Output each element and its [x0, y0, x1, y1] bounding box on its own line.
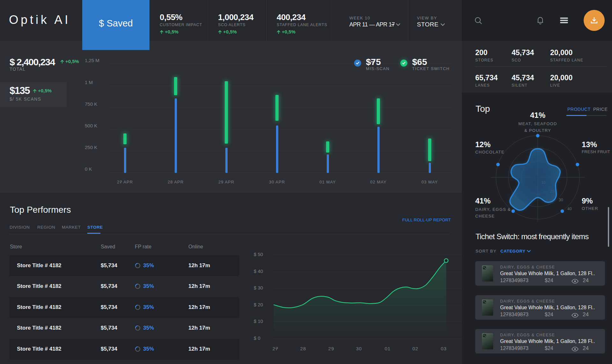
svg-text:40: 40	[567, 207, 572, 211]
svg-text:30: 30	[559, 198, 563, 202]
